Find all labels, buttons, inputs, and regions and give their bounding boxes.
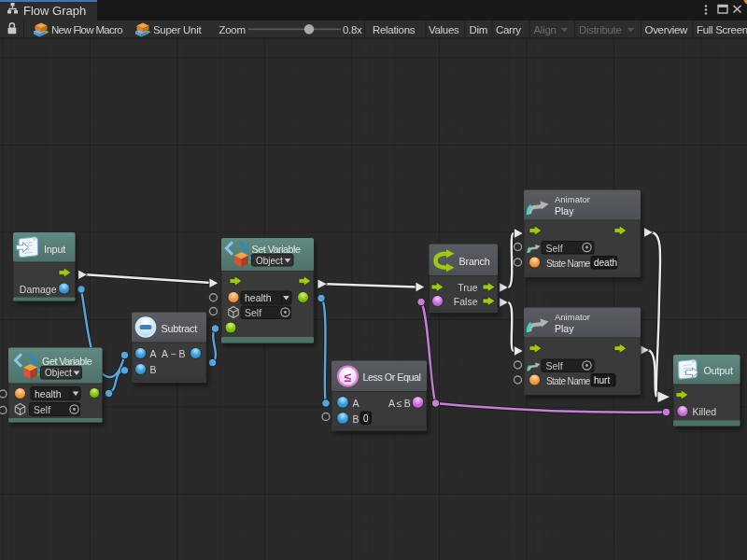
svg-text:Object: Object	[256, 256, 283, 266]
svg-text:Overview: Overview	[645, 24, 689, 35]
svg-text:0: 0	[363, 413, 369, 424]
svg-text:Align: Align	[534, 24, 557, 35]
svg-text:B: B	[353, 413, 359, 425]
svg-text:New Flow Macro: New Flow Macro	[51, 24, 122, 35]
svg-text:Distribute: Distribute	[579, 24, 622, 35]
svg-text:Get Variable: Get Variable	[42, 356, 92, 367]
svg-text:Values: Values	[429, 24, 459, 35]
svg-text:death: death	[594, 258, 617, 268]
svg-text:Animator: Animator	[555, 312, 590, 322]
svg-text:Super Unit: Super Unit	[153, 24, 202, 35]
svg-text:Self: Self	[546, 360, 563, 371]
svg-text:Relations: Relations	[373, 24, 416, 35]
svg-text:0.8x: 0.8x	[343, 24, 362, 35]
svg-text:Self: Self	[34, 404, 50, 415]
svg-text:Object: Object	[45, 368, 72, 378]
svg-text:Output: Output	[704, 365, 733, 376]
svg-text:Flow Graph: Flow Graph	[23, 4, 86, 18]
svg-text:Self: Self	[245, 307, 261, 318]
svg-text:A: A	[150, 348, 157, 359]
svg-text:Carry: Carry	[496, 24, 521, 35]
svg-text:≤: ≤	[345, 370, 352, 385]
svg-text:B: B	[150, 364, 157, 375]
svg-text:Damage: Damage	[20, 284, 57, 295]
svg-text:Full Screen: Full Screen	[697, 24, 747, 35]
svg-text:health: health	[245, 292, 272, 303]
svg-text:Self: Self	[546, 243, 563, 254]
svg-text:Less Or Equal: Less Or Equal	[363, 371, 421, 383]
svg-text:Subtract: Subtract	[162, 323, 198, 334]
svg-text:Play: Play	[555, 323, 574, 334]
svg-text:Set Variable: Set Variable	[252, 244, 302, 255]
svg-text:Zoom: Zoom	[219, 24, 246, 35]
svg-text:hurt: hurt	[594, 375, 610, 385]
svg-text:A: A	[353, 398, 359, 409]
svg-text:Input: Input	[44, 244, 65, 255]
svg-text:A − B: A − B	[162, 348, 185, 359]
svg-text:Dim: Dim	[470, 24, 488, 35]
svg-text:Branch: Branch	[459, 256, 490, 267]
svg-text:Killed: Killed	[693, 406, 717, 417]
svg-text:True: True	[458, 282, 477, 293]
svg-text:health: health	[35, 388, 62, 399]
svg-text:Play: Play	[555, 205, 574, 217]
svg-text:False: False	[454, 296, 478, 307]
svg-text:State Name: State Name	[546, 376, 591, 386]
svg-text:State Name: State Name	[546, 259, 591, 269]
svg-text:Animator: Animator	[555, 194, 590, 204]
svg-text:A ≤ B: A ≤ B	[388, 398, 411, 409]
